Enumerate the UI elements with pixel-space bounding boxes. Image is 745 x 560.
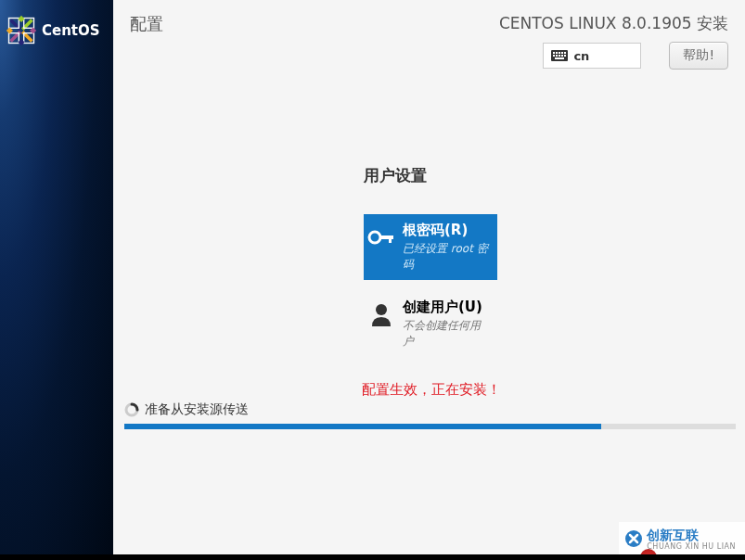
root-password-texts: 根密码(R) 已经设置 root 密码 [403,222,488,273]
installer-title: CENTOS LINUX 8.0.1905 安装 [499,13,728,34]
main-content: 配置 CENTOS LINUX 8.0.1905 安装 [113,0,745,560]
svg-rect-13 [553,52,555,54]
user-icon [367,300,395,328]
svg-rect-21 [561,55,563,57]
keyboard-icon [551,49,568,62]
header: 配置 CENTOS LINUX 8.0.1905 安装 [113,0,745,70]
progress-area: 准备从安装源传送 [124,401,736,429]
svg-rect-23 [555,57,564,59]
svg-point-24 [369,232,380,243]
brand-text: CentOS [42,22,100,39]
svg-rect-1 [21,31,33,43]
svg-rect-14 [556,52,558,54]
progress-label: 准备从安装源传送 [145,401,249,418]
svg-point-27 [376,304,387,315]
svg-rect-26 [389,235,392,243]
key-icon [367,223,395,251]
root-password-desc: 已经设置 root 密码 [403,241,488,273]
header-controls: cn 帮助! [499,42,728,70]
brand: CentOS [0,0,113,47]
svg-rect-3 [9,19,21,31]
svg-rect-17 [564,52,566,54]
svg-rect-15 [559,52,560,54]
svg-rect-16 [561,52,563,54]
svg-rect-2 [9,31,21,43]
keyboard-layout-selector[interactable]: cn [543,43,641,69]
status-message: 配置生效，正在安装！ [362,381,501,399]
create-user-title: 创建用户(U) [403,299,488,316]
root-password-title: 根密码(R) [403,222,488,239]
help-button[interactable]: 帮助! [669,42,728,70]
create-user-texts: 创建用户(U) 不会创建任何用户 [403,299,488,350]
svg-rect-22 [564,55,566,57]
progress-fill [124,424,601,429]
sidebar: CentOS [0,0,113,560]
progress-label-row: 准备从安装源传送 [124,401,736,418]
watermark-text: 创新互联 [647,528,699,542]
svg-rect-20 [559,55,560,57]
create-user-desc: 不会创建任何用户 [403,318,488,350]
user-settings-section: 用户设置 根密码(R) 已经设置 root 密码 创建用户(U) 不会创建任何用… [364,165,497,368]
spinner-icon [124,402,139,417]
watermark-icon [624,529,643,548]
progress-bar [124,424,736,429]
watermark-text-block: 创新互联 CHUANG XIN HU LIAN [647,526,736,551]
create-user-item[interactable]: 创建用户(U) 不会创建任何用户 [364,291,497,357]
centos-logo-icon [5,14,38,47]
svg-rect-19 [556,55,558,57]
root-password-item[interactable]: 根密码(R) 已经设置 root 密码 [364,214,497,280]
svg-rect-18 [553,55,555,57]
svg-rect-0 [21,19,33,31]
bottom-band [0,554,745,560]
watermark: 创新互联 CHUANG XIN HU LIAN [619,522,745,554]
page-title: 配置 [130,13,163,70]
header-right: CENTOS LINUX 8.0.1905 安装 [499,13,728,70]
user-settings-heading: 用户设置 [364,165,497,186]
watermark-subtext: CHUANG XIN HU LIAN [647,542,736,551]
keyboard-layout-code: cn [573,49,589,63]
